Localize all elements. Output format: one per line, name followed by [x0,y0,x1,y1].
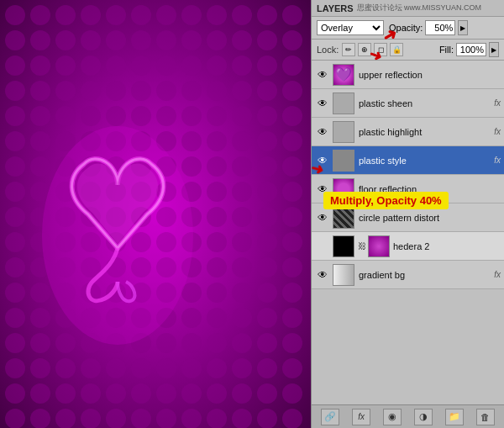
svg-point-61 [5,131,25,151]
eye-icon-hedera-2[interactable] [315,239,330,254]
svg-point-108 [282,207,302,227]
svg-point-16 [81,30,101,50]
lock-transparent-btn[interactable]: ◻ [374,43,387,56]
svg-point-17 [106,30,126,50]
svg-point-10 [232,5,252,25]
svg-point-20 [181,30,202,50]
eye-icon-circle-pattern[interactable]: 👁 [315,210,330,225]
fill-control: Fill: ▶ [439,42,499,57]
svg-point-62 [30,131,50,151]
svg-point-34 [232,55,252,76]
svg-point-39 [55,81,76,101]
svg-point-163 [156,333,176,353]
svg-point-23 [257,30,277,50]
svg-point-198 [131,409,151,428]
svg-point-141 [207,283,227,303]
eye-icon-plastic-style[interactable]: 👁 [315,153,330,168]
lock-all-btn[interactable]: 🔒 [390,43,403,56]
layer-item-hedera-2[interactable]: ⛓hedera 2 [312,232,504,261]
svg-point-199 [156,409,176,428]
eye-icon-upper-reflection[interactable]: 👁 [315,67,330,82]
svg-point-142 [232,283,252,303]
fx-badge-plastic-highlight: fx [494,127,501,136]
svg-point-156 [282,308,302,328]
opacity-input[interactable] [425,20,455,35]
svg-point-33 [207,55,227,76]
svg-point-26 [30,55,50,76]
layer-name-circle-pattern: circle pattern distort [359,213,501,223]
svg-point-3 [55,5,76,25]
mask-btn[interactable]: ◉ [383,409,402,425]
delete-btn[interactable]: 🗑 [476,409,495,425]
folder-btn[interactable]: 📁 [445,409,464,425]
svg-point-153 [207,308,227,328]
eye-icon-plastic-highlight[interactable]: 👁 [315,124,330,140]
panel-bottom-toolbar: 🔗 fx ◉ ◑ 📁 🗑 [312,404,504,428]
svg-point-35 [257,55,277,76]
lock-label: Lock: [317,45,339,55]
layer-name-upper-reflection: upper reflection [359,70,501,80]
svg-point-18 [131,30,151,50]
svg-point-195 [55,409,76,428]
svg-point-13 [5,30,25,50]
lock-pencil-btn[interactable]: ✏ [342,43,355,56]
opacity-label: Opacity: [389,23,423,33]
layer-name-hedera-2: hedera 2 [393,241,501,251]
fx-btn[interactable]: fx [352,409,370,425]
svg-point-49 [5,106,25,126]
layer-item-plastic-style[interactable]: 👁plastic stylefx [312,146,504,175]
fill-arrow-btn[interactable]: ▶ [489,42,499,57]
svg-point-146 [30,308,50,328]
svg-point-159 [55,333,76,353]
svg-point-70 [232,131,252,151]
svg-point-166 [232,333,252,353]
svg-point-181 [5,383,25,404]
svg-point-157 [5,333,25,353]
svg-point-48 [282,81,302,101]
svg-point-117 [207,232,227,252]
svg-point-188 [181,383,202,404]
fill-input[interactable] [456,43,486,56]
layer-name-plastic-style: plastic style [359,156,491,166]
svg-point-83 [257,156,277,177]
svg-point-74 [30,156,50,177]
svg-point-55 [156,106,176,126]
svg-point-176 [181,358,202,378]
blend-mode-select[interactable]: Overlay Normal Multiply Screen [317,20,384,35]
opacity-arrow-btn[interactable]: ▶ [458,20,468,35]
layer-item-plastic-highlight[interactable]: 👁plastic highlightfx [312,118,504,146]
layer-item-plastic-sheen[interactable]: 👁plastic sheenfx [312,89,504,118]
thumb-plastic-highlight [333,121,354,143]
svg-point-144 [282,283,302,303]
svg-point-60 [282,106,302,126]
svg-point-52 [81,106,101,126]
eye-icon-plastic-sheen[interactable]: 👁 [315,96,330,111]
svg-point-192 [282,383,302,404]
svg-point-107 [257,207,277,227]
callout-tooltip: Multiply, Opacity 40% [323,192,449,209]
svg-point-186 [131,383,151,404]
layer-item-upper-reflection[interactable]: 👁💜upper reflection [312,61,504,89]
svg-point-93 [207,182,227,202]
thumb-gradient-bg [333,264,354,286]
svg-point-105 [207,207,227,227]
layer-item-gradient-bg[interactable]: 👁gradient bgfx [312,261,504,289]
svg-point-31 [156,55,176,76]
panel-title-text: LAYERS [317,3,354,13]
adjustment-btn[interactable]: ◑ [414,409,433,425]
svg-point-30 [131,55,151,76]
lock-move-btn[interactable]: ⊕ [358,43,371,56]
link-btn[interactable]: 🔗 [321,409,339,425]
svg-point-72 [282,131,302,151]
svg-point-183 [55,383,76,404]
layers-list[interactable]: 👁💜upper reflection👁plastic sheenfx👁plast… [312,61,504,404]
svg-point-14 [30,30,50,50]
svg-point-4 [81,5,101,25]
svg-point-152 [181,308,202,328]
svg-point-11 [257,5,277,25]
svg-point-54 [131,106,151,126]
svg-point-19 [156,30,176,50]
svg-point-68 [181,131,202,151]
eye-icon-gradient-bg[interactable]: 👁 [315,267,330,283]
svg-point-202 [232,409,252,428]
